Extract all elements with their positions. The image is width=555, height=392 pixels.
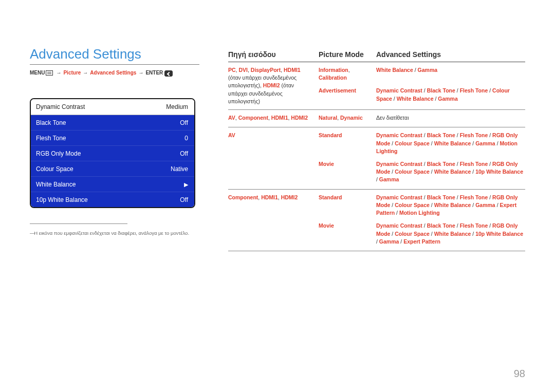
text-part: Black Tone: [427, 87, 455, 94]
advanced-settings-cell: Δεν διατίθεται: [376, 114, 525, 122]
picture-mode-cell: Movie: [319, 160, 376, 184]
picture-mode-cell: Standard: [319, 132, 376, 155]
text-part: Natural: [319, 115, 337, 121]
osd-value: ▶: [184, 181, 188, 188]
text-part: HDMI1: [271, 115, 288, 121]
text-part: Black Tone: [427, 132, 455, 138]
osd-value: Medium: [166, 103, 188, 110]
text-part: /: [413, 67, 418, 73]
text-part: /: [392, 96, 397, 102]
breadcrumb-advanced: Advanced Settings: [90, 70, 136, 76]
table-group: Component, HDMI1, HDMI2StandardDynamic C…: [228, 190, 525, 251]
osd-value: Off: [180, 119, 188, 126]
text-part: /: [455, 87, 460, 94]
text-part: /: [471, 231, 475, 237]
text-part: Flesh Tone: [460, 194, 488, 200]
osd-row: White Balance▶: [31, 176, 194, 192]
text-part: /: [455, 194, 460, 200]
text-part: Flesh Tone: [460, 222, 488, 229]
page-title: Advanced Settings: [30, 46, 199, 65]
text-part: Gamma: [475, 140, 495, 146]
text-part: PC: [228, 67, 236, 73]
osd-row: Dynamic ContrastMedium: [31, 99, 194, 115]
text-part: /: [390, 202, 395, 208]
text-part: /: [422, 132, 427, 138]
text-part: White Balance: [376, 67, 413, 73]
table-row: Natural, DynamicΔεν διατίθεται: [319, 114, 525, 127]
advanced-settings-cell: White Balance / Gamma: [376, 66, 525, 82]
text-part: White Balance: [434, 169, 471, 175]
input-source-cell: AV, Component, HDMI1, HDMI2: [228, 114, 319, 127]
text-part: /: [390, 231, 395, 237]
text-part: Gamma: [475, 202, 495, 208]
table-header: Πηγή εισόδου Picture Mode Advanced Setti…: [228, 50, 525, 62]
text-part: Flesh Tone: [460, 132, 488, 138]
text-part: White Balance: [434, 231, 471, 237]
text-part: HDMI2: [281, 194, 298, 200]
osd-value: 0: [184, 135, 188, 142]
text-part: White Balance: [434, 202, 471, 208]
osd-row: Flesh Tone0: [31, 130, 194, 145]
text-part: Movie: [319, 161, 334, 167]
text-part: Flesh Tone: [460, 161, 488, 167]
text-part: /: [471, 140, 475, 146]
text-part: AV: [228, 132, 235, 138]
text-part: /: [390, 140, 395, 146]
breadcrumb: MENU → Picture → Advanced Settings → ENT…: [30, 70, 199, 76]
osd-row: RGB Only ModeOff: [31, 145, 194, 161]
table-row: StandardDynamic Contrast / Black Tone / …: [319, 132, 525, 160]
text-part: White Balance: [397, 96, 434, 102]
text-part: /: [430, 169, 434, 175]
header-picture-mode: Picture Mode: [319, 50, 376, 59]
osd-label: Dynamic Contrast: [36, 103, 85, 110]
osd-label: 10p White Balance: [36, 196, 88, 203]
text-part: HDMI2: [263, 82, 280, 88]
table-group: AV, Component, HDMI1, HDMI2Natural, Dyna…: [228, 110, 525, 127]
arrow-icon: →: [83, 70, 88, 76]
picture-mode-cell: Movie: [319, 222, 376, 246]
text-part: Motion Lighting: [399, 210, 440, 216]
table-row: Information, CalibrationWhite Balance / …: [319, 66, 525, 87]
osd-label: Black Tone: [36, 119, 66, 126]
header-input-source: Πηγή εισόδου: [228, 50, 319, 59]
osd-label: Colour Space: [36, 165, 73, 173]
osd-value: Off: [180, 150, 188, 157]
text-part: /: [471, 202, 475, 208]
text-part: /: [455, 161, 460, 167]
arrow-icon: →: [56, 70, 61, 76]
text-part: Colour Space: [395, 140, 430, 146]
arrow-icon: →: [138, 70, 143, 76]
text-part: Gamma: [379, 176, 399, 182]
text-part: Black Tone: [427, 194, 455, 200]
text-part: Black Tone: [427, 161, 455, 167]
footnote: Η εικόνα που εμφανίζεται ενδέχεται να δι…: [30, 230, 199, 236]
text-part: Dynamic: [340, 115, 363, 121]
osd-label: Flesh Tone: [36, 135, 66, 142]
text-part: AV: [228, 115, 235, 121]
text-part: Component: [238, 115, 268, 121]
osd-value: Native: [171, 165, 188, 173]
advanced-settings-cell: Dynamic Contrast / Black Tone / Flesh To…: [376, 222, 525, 246]
osd-label: White Balance: [36, 181, 76, 188]
text-part: Expert Pattern: [403, 238, 440, 245]
advanced-settings-cell: Dynamic Contrast / Black Tone / Flesh To…: [376, 87, 525, 102]
text-part: Black Tone: [427, 222, 455, 229]
picture-mode-cell: Information, Calibration: [319, 66, 376, 82]
enter-icon: [164, 70, 173, 77]
text-part: White Balance: [434, 140, 471, 146]
text-part: /: [395, 210, 399, 216]
divider: [30, 223, 127, 224]
text-part: Advertisement: [319, 87, 356, 94]
text-part: HDMI1: [284, 67, 301, 73]
table-row: StandardDynamic Contrast / Black Tone / …: [319, 194, 525, 222]
text-part: 10p White Balance: [475, 169, 523, 175]
advanced-settings-cell: Dynamic Contrast / Black Tone / Flesh To…: [376, 194, 525, 217]
text-part: Colour Space: [395, 231, 430, 237]
page-number: 98: [514, 368, 525, 380]
picture-mode-cell: Advertisement: [319, 87, 376, 102]
chevron-right-icon: ▶: [184, 181, 188, 188]
menu-icon: [46, 70, 53, 76]
text-part: ,: [348, 67, 350, 73]
text-part: Information: [319, 67, 348, 73]
text-part: /: [471, 169, 475, 175]
